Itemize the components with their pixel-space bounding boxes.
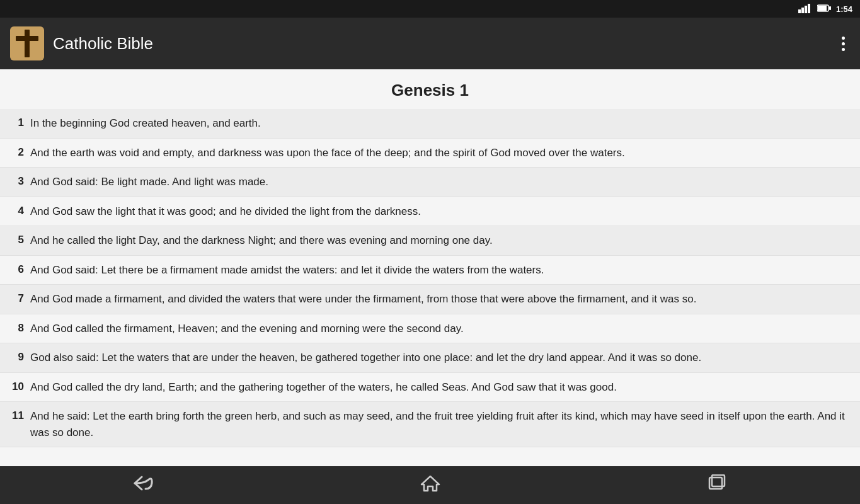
app-title: Catholic Bible (53, 34, 837, 54)
svg-marker-9 (421, 476, 439, 491)
app-icon (10, 26, 44, 60)
verse-text: God also said: Let the waters that are u… (30, 350, 701, 366)
verse-number: 4 (5, 203, 24, 217)
verse-text: And God called the dry land, Earth; and … (30, 379, 617, 396)
svg-rect-0 (798, 9, 801, 13)
verse-row: 9God also said: Let the waters that are … (0, 343, 860, 373)
verse-number: 6 (5, 262, 24, 276)
verse-text: And he called the light Day, and the dar… (30, 232, 493, 249)
verse-text: And God called the firmament, Heaven; an… (30, 321, 464, 337)
verse-row: 7And God made a firmament, and divided t… (0, 285, 860, 314)
svg-rect-7 (25, 30, 30, 57)
svg-rect-1 (801, 8, 804, 13)
verse-row: 10And God called the dry land, Earth; an… (0, 373, 860, 403)
verse-row: 1In the beginning God created heaven, an… (0, 109, 860, 139)
app-bar: Catholic Bible (0, 18, 860, 69)
verses-container: 1In the beginning God created heaven, an… (0, 109, 860, 466)
verse-row: 11And he said: Let the earth bring forth… (0, 402, 860, 447)
verse-row: 6And God said: Let there be a firmament … (0, 256, 860, 285)
nav-bar (0, 466, 860, 504)
verse-text: And God made a firmament, and divided th… (30, 291, 696, 307)
signal-icon (798, 3, 812, 15)
verse-number: 5 (5, 232, 24, 246)
verse-row: 2And the earth was void and empty, and d… (0, 139, 860, 168)
chapter-title: Genesis 1 (0, 69, 860, 109)
verse-text: And God saw the light that it was good; … (30, 203, 421, 220)
verse-text: And he said: Let the earth bring forth t… (30, 408, 850, 440)
verse-row: 3And God said: Be light made. And light … (0, 168, 860, 197)
verse-row: 4And God saw the light that it was good;… (0, 197, 860, 227)
verse-number: 7 (5, 291, 24, 305)
verse-number: 11 (5, 408, 24, 422)
recents-button[interactable] (682, 469, 752, 501)
svg-rect-2 (805, 6, 807, 13)
verse-text: And the earth was void and empty, and da… (30, 145, 625, 161)
svg-rect-6 (829, 6, 831, 10)
overflow-menu-button[interactable] (837, 32, 850, 56)
verse-text: And God said: Let there be a firmament m… (30, 262, 544, 278)
battery-icon (817, 4, 831, 14)
verse-text: And God said: Be light made. And light w… (30, 174, 268, 190)
verse-number: 2 (5, 145, 24, 159)
status-time: 1:54 (836, 4, 852, 14)
content-area: Genesis 1 1In the beginning God created … (0, 69, 860, 466)
verse-number: 8 (5, 321, 24, 335)
verse-number: 9 (5, 350, 24, 364)
verse-row: 5And he called the light Day, and the da… (0, 226, 860, 256)
status-bar: 1:54 (0, 0, 860, 18)
verse-row: 8And God called the firmament, Heaven; a… (0, 314, 860, 344)
svg-rect-3 (808, 4, 810, 13)
home-button[interactable] (395, 469, 466, 501)
back-button[interactable] (108, 470, 180, 501)
svg-rect-5 (818, 6, 827, 11)
verse-number: 3 (5, 174, 24, 188)
verse-number: 1 (5, 115, 24, 129)
verse-text: In the beginning God created heaven, and… (30, 115, 261, 132)
svg-rect-8 (16, 36, 38, 41)
verse-number: 10 (5, 379, 24, 393)
